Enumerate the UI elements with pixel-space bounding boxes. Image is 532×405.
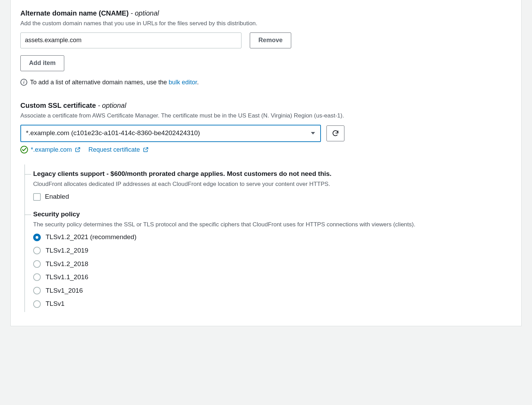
bulk-editor-link[interactable]: bulk editor [169,79,197,86]
policy-option-label: TLSv1_2016 [46,286,83,295]
ssl-subsettings: Legacy clients support - $600/month pror… [25,164,512,312]
ssl-certificate-select[interactable]: *.example.com (c101e23c-a101-414c-8360-b… [20,125,321,142]
ssl-selected-value: *.example.com (c101e23c-a101-414c-8360-b… [26,129,200,138]
ssl-optional: - optional [96,102,126,109]
ssl-desc: Associate a certificate from AWS Certifi… [20,112,512,120]
legacy-clients-section: Legacy clients support - $600/month pror… [33,164,512,205]
policy-radio-option[interactable]: TLSv1_2016 [33,286,512,295]
policy-option-label: TLSv1 [46,299,65,309]
request-certificate-text: Request certificate [88,145,140,154]
add-item-button[interactable]: Add item [20,55,64,71]
refresh-button[interactable] [326,125,344,141]
radio-icon [33,260,41,268]
request-certificate-link[interactable]: Request certificate [88,145,149,154]
cname-desc: Add the custom domain names that you use… [20,19,512,28]
policy-radio-option[interactable]: TLSv1.2_2018 [33,260,512,269]
info-icon: i [20,79,27,86]
external-link-icon [143,147,149,153]
cname-field: Alternate domain name (CNAME) - optional… [20,8,512,87]
legacy-desc: CloudFront allocates dedicated IP addres… [33,180,512,188]
external-link-icon [75,147,81,153]
radio-icon [33,234,41,241]
remove-button[interactable]: Remove [250,32,291,48]
hint-suffix: . [197,79,199,86]
cname-label-text: Alternate domain name (CNAME) [20,9,129,17]
caret-down-icon [311,132,315,135]
policy-option-label: TLSv1.2_2021 (recommended) [46,233,136,242]
policy-radio-option[interactable]: TLSv1.2_2019 [33,246,512,255]
policy-desc: The security policy determines the SSL o… [33,220,512,229]
hint-prefix: To add a list of alternative domain name… [30,79,169,86]
ssl-label: Custom SSL certificate - optional [20,101,512,110]
policy-radio-option[interactable]: TLSv1 [33,299,512,309]
bulk-editor-hint: i To add a list of alternative domain na… [20,78,512,87]
radio-icon [33,287,41,294]
ssl-label-text: Custom SSL certificate [20,102,96,109]
ssl-field: Custom SSL certificate - optional Associ… [20,101,512,312]
policy-radio-option[interactable]: TLSv1.2_2021 (recommended) [33,233,512,242]
policy-option-label: TLSv1.2_2019 [46,246,88,255]
cname-optional: - optional [129,9,159,17]
policy-label: Security policy [33,210,512,219]
legacy-enabled-checkbox[interactable]: Enabled [33,192,512,201]
legacy-label: Legacy clients support - $600/month pror… [33,169,512,179]
radio-icon [33,300,41,308]
legacy-checkbox-label: Enabled [45,192,69,201]
checkbox-icon [33,193,41,201]
cname-input[interactable] [20,32,241,48]
policy-option-label: TLSv1.2_2018 [46,260,88,269]
security-policy-section: Security policy The security policy dete… [33,205,512,312]
check-circle-icon [20,146,28,153]
certificate-domain-link[interactable]: *.example.com [31,145,81,154]
policy-radio-group: TLSv1.2_2021 (recommended)TLSv1.2_2019TL… [33,233,512,309]
radio-icon [33,247,41,254]
radio-icon [33,273,41,281]
refresh-icon [332,130,339,137]
distribution-settings-panel: Alternate domain name (CNAME) - optional… [10,0,522,326]
policy-radio-option[interactable]: TLSv1.1_2016 [33,273,512,282]
policy-option-label: TLSv1.1_2016 [46,273,88,282]
certificate-domain-text: *.example.com [31,145,72,154]
cname-label: Alternate domain name (CNAME) - optional [20,8,512,18]
